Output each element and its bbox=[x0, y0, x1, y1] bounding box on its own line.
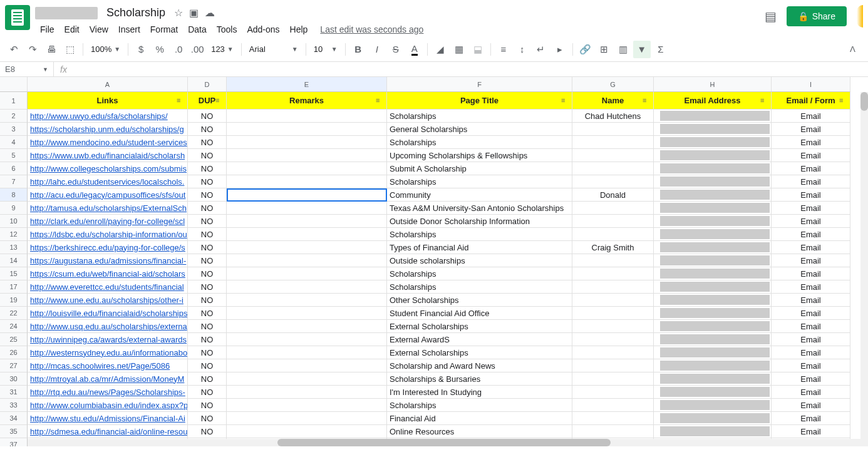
cell-email-form[interactable]: Email bbox=[772, 386, 850, 399]
row-header-37[interactable]: 37 bbox=[0, 438, 28, 446]
cell-name[interactable] bbox=[572, 307, 654, 320]
fill-color-button[interactable]: ◢ bbox=[431, 41, 449, 58]
print-button[interactable]: 🖶 bbox=[43, 41, 60, 58]
cell-email[interactable] bbox=[654, 254, 772, 267]
font-select[interactable]: Arial▼ bbox=[245, 42, 302, 56]
cell-email[interactable] bbox=[654, 333, 772, 346]
cell-title[interactable]: External Scholarships bbox=[387, 346, 572, 359]
cell-remarks[interactable] bbox=[227, 307, 387, 320]
row-header-3[interactable]: 3 bbox=[0, 123, 28, 136]
cell-email-form[interactable]: Email bbox=[772, 123, 850, 136]
cell-link[interactable]: https://ldsbc.edu/scholarship-informatio… bbox=[28, 228, 188, 241]
cell-link[interactable]: http://www.uwyo.edu/sfa/scholarships/ bbox=[28, 110, 188, 123]
spreadsheet-grid[interactable]: ADEFGHI1Links≡DUP≡Remarks≡Page Title≡Nam… bbox=[0, 77, 868, 446]
cell-link[interactable]: http://uwinnipeg.ca/awards/external-awar… bbox=[28, 333, 188, 346]
cell-dup[interactable]: NO bbox=[188, 267, 227, 280]
cell-remarks[interactable] bbox=[227, 149, 387, 162]
cell-title[interactable]: Scholarships bbox=[387, 399, 572, 412]
cell-dup[interactable]: NO bbox=[188, 110, 227, 123]
cell-link[interactable]: http://www.everettcc.edu/students/financ… bbox=[28, 280, 188, 294]
menu-format[interactable]: Format bbox=[145, 22, 183, 37]
cell-email-form[interactable]: Email bbox=[772, 149, 850, 162]
column-header-D[interactable]: D bbox=[188, 77, 227, 92]
row-header-24[interactable]: 24 bbox=[0, 320, 28, 333]
cell-name[interactable] bbox=[572, 175, 654, 188]
cell-link[interactable]: http://www.collegescholarships.com/submi… bbox=[28, 162, 188, 175]
filter-icon[interactable]: ≡ bbox=[839, 96, 848, 105]
cell-remarks[interactable] bbox=[227, 386, 387, 399]
cell-email[interactable] bbox=[654, 228, 772, 241]
cell-email[interactable] bbox=[654, 202, 772, 215]
text-wrap-button[interactable]: ↵ bbox=[532, 41, 550, 58]
cell-email-form[interactable]: Email bbox=[772, 320, 850, 333]
cell-remarks[interactable] bbox=[227, 202, 387, 215]
cell-dup[interactable]: NO bbox=[188, 333, 227, 346]
cell-dup[interactable]: NO bbox=[188, 254, 227, 267]
v-align-button[interactable]: ↕ bbox=[514, 41, 531, 58]
cell-link[interactable]: http://www.stu.edu/Admissions/Financial-… bbox=[28, 412, 188, 425]
cell-dup[interactable]: NO bbox=[188, 215, 227, 228]
insert-link-button[interactable]: 🔗 bbox=[577, 41, 594, 58]
cell-name[interactable] bbox=[572, 228, 654, 241]
cell-dup[interactable]: NO bbox=[188, 123, 227, 136]
cell-title[interactable]: Scholarships bbox=[387, 280, 572, 294]
cell-remarks[interactable] bbox=[227, 136, 387, 149]
cell-title[interactable]: General Scholarships bbox=[387, 123, 572, 136]
functions-button[interactable]: Σ bbox=[652, 41, 669, 58]
more-formats-select[interactable]: 123▼ bbox=[207, 42, 237, 56]
cell-email-form[interactable]: Email bbox=[772, 412, 850, 425]
header-cell-H[interactable]: Email Address≡ bbox=[654, 92, 772, 110]
cell-email-form[interactable]: Email bbox=[772, 188, 850, 202]
cell-title[interactable]: Scholarships & Bursaries bbox=[387, 372, 572, 386]
menu-data[interactable]: Data bbox=[183, 22, 212, 37]
cell-dup[interactable]: NO bbox=[188, 188, 227, 202]
cell-title[interactable]: Online Resources bbox=[387, 425, 572, 438]
cell-dup[interactable]: NO bbox=[188, 280, 227, 294]
cell-link[interactable]: http://mtroyal.ab.ca/mr/Admission/MoneyM bbox=[28, 372, 188, 386]
cell-dup[interactable]: NO bbox=[188, 162, 227, 175]
cell-email-form[interactable]: Email bbox=[772, 333, 850, 346]
cell-email[interactable] bbox=[654, 215, 772, 228]
cell-email-form[interactable]: Email bbox=[772, 307, 850, 320]
header-cell-G[interactable]: Name≡ bbox=[572, 92, 654, 110]
merge-cells-button[interactable]: ⬓ bbox=[469, 41, 487, 58]
cell-link[interactable]: http://www.une.edu.au/scholarships/other… bbox=[28, 294, 188, 307]
cell-email[interactable] bbox=[654, 241, 772, 254]
cell-email-form[interactable]: Email bbox=[772, 241, 850, 254]
cell-dup[interactable]: NO bbox=[188, 136, 227, 149]
menu-file[interactable]: File bbox=[35, 22, 59, 37]
cell-title[interactable]: Financial Aid bbox=[387, 412, 572, 425]
undo-button[interactable]: ↶ bbox=[5, 41, 23, 58]
cell-name[interactable] bbox=[572, 346, 654, 359]
header-cell-F[interactable]: Page Title≡ bbox=[387, 92, 572, 110]
cell-remarks[interactable] bbox=[227, 110, 387, 123]
redo-button[interactable]: ↷ bbox=[24, 41, 41, 58]
header-cell-A[interactable]: Links≡ bbox=[28, 92, 188, 110]
row-header-31[interactable]: 31 bbox=[0, 386, 28, 399]
sheets-app-icon[interactable] bbox=[5, 5, 30, 30]
filter-icon[interactable]: ≡ bbox=[643, 96, 651, 105]
cell-link[interactable]: http://louisville.edu/financialaid/schol… bbox=[28, 307, 188, 320]
row-header-33[interactable]: 33 bbox=[0, 399, 28, 412]
cell-email-form[interactable]: Email bbox=[772, 280, 850, 294]
percent-button[interactable]: % bbox=[151, 41, 168, 58]
vertical-scrollbar[interactable] bbox=[860, 92, 868, 446]
cell-name[interactable] bbox=[572, 215, 654, 228]
cell-name[interactable] bbox=[572, 254, 654, 267]
cell-name[interactable]: Donald bbox=[572, 188, 654, 202]
cell-name[interactable] bbox=[572, 359, 654, 372]
cell-name[interactable] bbox=[572, 202, 654, 215]
cell-email[interactable] bbox=[654, 307, 772, 320]
cell-remarks[interactable] bbox=[227, 294, 387, 307]
cell-dup[interactable]: NO bbox=[188, 228, 227, 241]
row-header-2[interactable]: 2 bbox=[0, 110, 28, 123]
cell-remarks[interactable] bbox=[227, 399, 387, 412]
cell-dup[interactable]: NO bbox=[188, 425, 227, 438]
header-cell-E[interactable]: Remarks≡ bbox=[227, 92, 387, 110]
cell-title[interactable]: Scholarships bbox=[387, 267, 572, 280]
filter-icon[interactable]: ≡ bbox=[376, 96, 385, 105]
row-header-6[interactable]: 6 bbox=[0, 162, 28, 175]
cell-remarks[interactable] bbox=[227, 241, 387, 254]
cell-link[interactable]: http://sdmesa.edu/financial-aid/online-r… bbox=[28, 425, 188, 438]
cell-name[interactable] bbox=[572, 333, 654, 346]
